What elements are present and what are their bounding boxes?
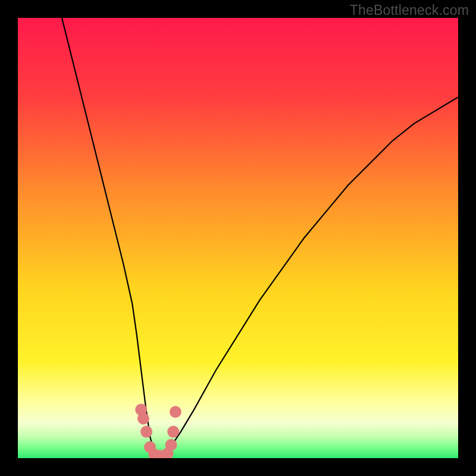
curve-marker	[140, 426, 152, 438]
chart-outer-frame: TheBottleneck.com	[0, 0, 476, 476]
curve-marker	[165, 439, 177, 451]
curve-path	[62, 18, 458, 458]
curve-marker	[170, 406, 181, 418]
watermark-text: TheBottleneck.com	[350, 2, 469, 18]
bottleneck-curve	[18, 18, 458, 458]
curve-marker	[167, 426, 179, 438]
plot-area	[18, 18, 458, 458]
curve-marker	[137, 412, 149, 424]
